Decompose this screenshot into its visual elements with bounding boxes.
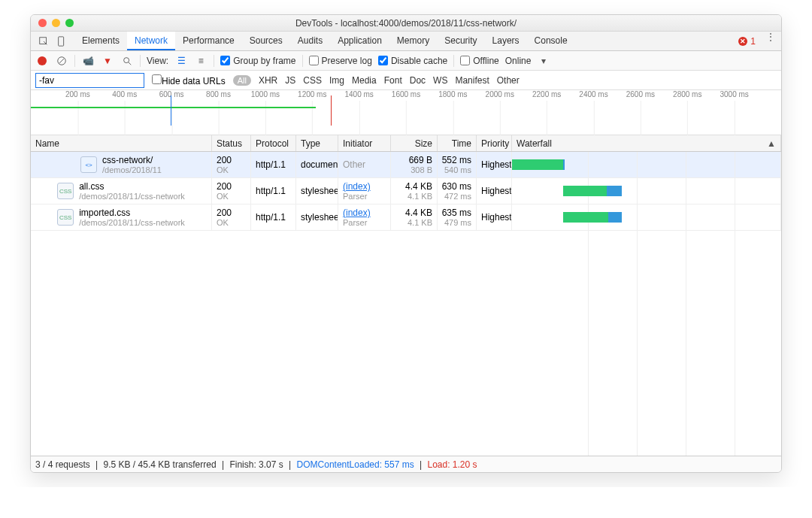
throttle-select[interactable]: Online — [505, 56, 532, 66]
status-text: OK — [217, 192, 246, 201]
initiator: Other — [343, 159, 386, 170]
group-by-frame-checkbox[interactable]: Group by frame — [220, 56, 295, 66]
disable-cache-checkbox[interactable]: Disable cache — [378, 56, 447, 66]
tab-audits[interactable]: Audits — [290, 32, 330, 50]
col-waterfall[interactable]: Waterfall▲ — [512, 135, 781, 151]
timeline-tick: 400 ms — [112, 90, 137, 98]
tab-application[interactable]: Application — [330, 32, 389, 50]
time-sub: 540 ms — [444, 165, 471, 174]
filter-chip-font[interactable]: Font — [384, 75, 402, 86]
request-table: Name Status Protocol Type Initiator Size… — [31, 135, 781, 456]
col-name[interactable]: Name — [31, 135, 212, 151]
protocol: http/1.1 — [251, 152, 296, 177]
filter-chip-xhr[interactable]: XHR — [259, 75, 277, 86]
preserve-log-checkbox[interactable]: Preserve log — [309, 56, 372, 66]
table-row[interactable]: <>css-network//demos/2018/11200OKhttp/1.… — [31, 152, 781, 178]
col-time[interactable]: Time — [438, 135, 477, 151]
status-load: Load: 1.20 s — [427, 459, 477, 470]
list-view-icon[interactable]: ☰ — [174, 54, 188, 68]
minimize-icon[interactable] — [52, 19, 60, 27]
col-type[interactable]: Type — [296, 135, 338, 151]
tab-security[interactable]: Security — [437, 32, 484, 50]
col-initiator[interactable]: Initiator — [338, 135, 391, 151]
size: 4.4 KB — [405, 208, 432, 218]
time: 630 ms — [442, 181, 471, 192]
type: stylesheet — [296, 178, 338, 204]
tab-performance[interactable]: Performance — [175, 32, 242, 50]
col-status[interactable]: Status — [212, 135, 251, 151]
status-requests: 3 / 4 requests — [35, 459, 90, 470]
waterfall-cell — [512, 204, 781, 230]
initiator[interactable]: (index) — [343, 181, 386, 192]
tab-elements[interactable]: Elements — [74, 32, 127, 50]
waterfall-cell — [512, 178, 781, 204]
filter-chip-doc[interactable]: Doc — [410, 75, 426, 86]
time-sub: 479 ms — [444, 218, 471, 227]
offline-checkbox[interactable]: Offline — [460, 56, 498, 66]
status-text: OK — [217, 218, 246, 227]
col-size[interactable]: Size — [391, 135, 438, 151]
timeline-tick: 1200 ms — [298, 90, 326, 98]
tab-network[interactable]: Network — [127, 32, 175, 50]
filter-chip-manifest[interactable]: Manifest — [455, 75, 489, 86]
request-path: /demos/2018/11/css-network — [79, 218, 185, 227]
filter-chip-js[interactable]: JS — [285, 75, 295, 86]
status-code: 200 — [217, 208, 246, 218]
film-view-icon[interactable]: ≡ — [194, 54, 208, 68]
record-button[interactable] — [35, 54, 49, 68]
timeline-tick: 1600 ms — [392, 90, 420, 98]
filter-input[interactable] — [35, 73, 144, 88]
clear-button[interactable] — [55, 54, 68, 68]
menu-icon[interactable]: ⋮ — [760, 32, 781, 50]
filter-chip-media[interactable]: Media — [352, 75, 377, 86]
timeline-tick: 3000 ms — [720, 90, 748, 98]
request-name: all.css — [79, 181, 185, 192]
tab-memory[interactable]: Memory — [389, 32, 437, 50]
priority: Highest — [477, 204, 512, 230]
timeline-overview[interactable]: 200 ms400 ms600 ms800 ms1000 ms1200 ms14… — [31, 90, 781, 135]
timeline-tick: 1400 ms — [344, 90, 373, 98]
close-icon[interactable] — [38, 19, 47, 27]
tab-layers[interactable]: Layers — [485, 32, 527, 50]
tab-console[interactable]: Console — [527, 32, 575, 50]
file-css-icon: CSS — [57, 183, 74, 199]
svg-point-4 — [124, 57, 129, 62]
chevron-down-icon[interactable]: ▾ — [537, 54, 550, 68]
request-path: /demos/2018/11 — [102, 165, 162, 174]
search-icon[interactable] — [120, 54, 134, 68]
status-bar: 3 / 4 requests | 9.5 KB / 45.4 KB transf… — [31, 456, 781, 472]
status-transferred: 9.5 KB / 45.4 KB transferred — [104, 459, 217, 470]
file-css-icon: CSS — [57, 209, 74, 226]
filter-chip-img[interactable]: Img — [329, 75, 344, 86]
filter-chip-css[interactable]: CSS — [303, 75, 322, 86]
hide-data-urls-checkbox[interactable]: Hide data URLs — [152, 74, 226, 86]
status-code: 200 — [217, 155, 246, 165]
timeline-tick: 2400 ms — [579, 90, 607, 98]
col-protocol[interactable]: Protocol — [251, 135, 296, 151]
error-count: 1 — [750, 36, 756, 47]
filter-chip-all[interactable]: All — [233, 75, 251, 86]
filter-chip-other[interactable]: Other — [497, 75, 520, 86]
col-priority[interactable]: Priority — [477, 135, 512, 151]
table-row[interactable]: CSSall.css/demos/2018/11/css-network200O… — [31, 178, 781, 204]
time-sub: 472 ms — [444, 192, 471, 201]
filter-toolbar: Hide data URLs AllXHRJSCSSImgMediaFontDo… — [31, 71, 781, 90]
filter-icon[interactable]: ▼ — [101, 54, 114, 68]
error-badge[interactable]: ✕1 — [738, 32, 760, 50]
protocol: http/1.1 — [251, 204, 296, 230]
table-row[interactable]: CSSimported.css/demos/2018/11/css-networ… — [31, 204, 781, 231]
zoom-icon[interactable] — [65, 19, 74, 27]
device-icon[interactable] — [55, 35, 68, 48]
timeline-tick: 2800 ms — [673, 90, 701, 98]
timeline-tick: 200 ms — [65, 90, 90, 98]
request-path: /demos/2018/11/css-network — [79, 192, 185, 201]
size-sub: 4.1 KB — [408, 192, 432, 201]
initiator-sub: Parser — [343, 192, 386, 201]
tab-sources[interactable]: Sources — [242, 32, 290, 50]
network-toolbar: 📹 ▼ View: ☰ ≡ Group by frame Preserve lo… — [31, 51, 781, 71]
type: stylesheet — [296, 204, 338, 230]
initiator[interactable]: (index) — [343, 208, 386, 218]
inspect-icon[interactable] — [37, 35, 50, 48]
filter-chip-ws[interactable]: WS — [433, 75, 447, 86]
camera-icon[interactable]: 📹 — [81, 54, 95, 68]
